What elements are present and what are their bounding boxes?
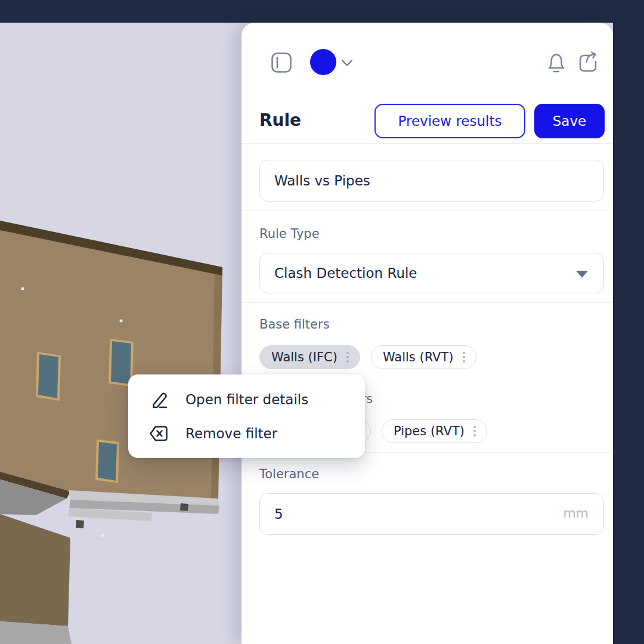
divider [242, 302, 613, 303]
kebab-menu-icon[interactable] [345, 351, 350, 364]
rule-type-label: Rule Type [259, 227, 320, 241]
kebab-menu-icon[interactable] [462, 351, 466, 364]
tolerance-unit: mm [563, 506, 589, 521]
filter-chip-walls-ifc[interactable]: Walls (IFC) [259, 345, 360, 369]
rule-name-input[interactable] [259, 160, 604, 202]
page-title: Rule [259, 110, 301, 130]
base-filters-row: Walls (IFC) Walls (RVT) [259, 345, 476, 369]
remove-backspace-icon [148, 423, 169, 444]
save-button[interactable]: Save [534, 104, 605, 138]
rule-type-value: Clash Detection Rule [274, 265, 417, 281]
rule-type-dropdown[interactable]: Clash Detection Rule [259, 253, 604, 293]
filter-chip-walls-rvt[interactable]: Walls (RVT) [371, 345, 476, 369]
base-filters-label: Base filters [259, 317, 330, 332]
filter-context-menu: Open filter details Remove filter [128, 374, 365, 458]
tolerance-input[interactable] [259, 493, 604, 535]
filter-chip-pipes-rvt[interactable]: Pipes (RVT) [382, 419, 487, 443]
preview-results-button[interactable]: Preview results [374, 104, 525, 138]
tolerance-label: Tolerance [259, 467, 319, 481]
menu-item-remove-filter[interactable]: Remove filter [128, 416, 365, 450]
kebab-menu-icon[interactable] [472, 425, 477, 438]
user-avatar[interactable] [310, 49, 336, 75]
edit-pencil-icon [148, 389, 169, 410]
divider [242, 143, 613, 144]
divider [242, 210, 613, 211]
rule-editor-panel: Rule Preview results Save Rule Type Clas… [242, 23, 613, 644]
share-icon[interactable] [577, 51, 599, 74]
notifications-bell-icon[interactable] [546, 52, 566, 75]
tolerance-field-wrap: mm [259, 493, 604, 535]
caret-down-icon [576, 271, 588, 278]
chevron-down-icon[interactable] [342, 60, 352, 67]
sidebar-toggle-icon[interactable] [271, 52, 292, 73]
menu-item-open-filter-details[interactable]: Open filter details [128, 382, 365, 416]
